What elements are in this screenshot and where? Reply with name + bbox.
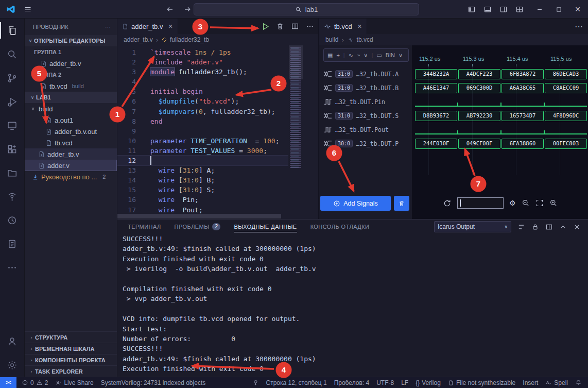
- more-icon[interactable]: [0, 256, 24, 279]
- toggle-sidebar-icon[interactable]: [468, 5, 476, 13]
- more-actions-icon[interactable]: ⋯: [575, 22, 583, 31]
- port-icon[interactable]: [252, 379, 259, 386]
- encoding-status[interactable]: UTF-8: [376, 379, 394, 386]
- wave-signal-4[interactable]: 31:0…32_tb.DUT.S: [319, 109, 412, 123]
- panel-tab-ПРОБЛЕМЫ[interactable]: ПРОБЛЕМЫ2: [175, 220, 221, 234]
- lock-icon[interactable]: [531, 223, 539, 231]
- project-manager-icon[interactable]: [0, 161, 24, 184]
- gear-icon[interactable]: ⚙: [509, 199, 516, 207]
- open-editor-adder_tb.v[interactable]: adder_tb.v: [25, 58, 117, 69]
- sine-scroll-icon[interactable]: ∿: [349, 52, 353, 59]
- code-line[interactable]: 17 wire Pout;: [117, 205, 288, 215]
- tree-item-adder_tb.v[interactable]: adder_tb.v: [25, 148, 117, 160]
- close-window-icon[interactable]: ✕: [575, 5, 581, 13]
- tree-folder-build[interactable]: ∨build: [25, 103, 117, 114]
- eol-status[interactable]: LF: [401, 379, 408, 386]
- code-line[interactable]: 13 wire [31:0] A;: [117, 165, 288, 175]
- terminal-output[interactable]: SUCCESS!!!adder_tb.v:49: $finish called …: [123, 234, 583, 375]
- bell-icon[interactable]: [575, 379, 582, 386]
- close-tab-icon[interactable]: ✕: [168, 23, 172, 30]
- toggle-panel-icon[interactable]: [483, 5, 492, 13]
- code-line[interactable]: 11parameter TEST_VALUES = 3000;: [117, 146, 288, 156]
- sidebar-section-КОМПОНЕНТЫ ПРОЕКТА[interactable]: ›КОМПОНЕНТЫ ПРОЕКТА: [25, 354, 117, 365]
- zoom-fit-icon[interactable]: [535, 199, 544, 207]
- wave-signal-2[interactable]: 31:0…32_tb.DUT.B: [319, 81, 412, 95]
- live-share-icon[interactable]: [0, 184, 24, 208]
- spell-check[interactable]: Spell: [545, 379, 568, 386]
- breadcrumb-2[interactable]: build › tb.vcd: [319, 34, 588, 45]
- code-line[interactable]: 5initial begin: [117, 87, 288, 96]
- code-line[interactable]: 6 $dumpfile("tb.vcd");: [117, 96, 288, 106]
- menu-icon[interactable]: [24, 5, 32, 13]
- zoom-out-icon[interactable]: [522, 199, 530, 207]
- code-line[interactable]: 3module fulladder32_tb();: [117, 67, 288, 77]
- close-icon[interactable]: [573, 223, 581, 231]
- chevron-down-icon[interactable]: ∨: [364, 52, 368, 59]
- wave-signal-3[interactable]: …32_tb.DUT.Pin: [319, 95, 412, 109]
- tab-tb-vcd[interactable]: tb.vcd ✕: [319, 19, 367, 34]
- history-icon[interactable]: [0, 208, 24, 232]
- source-control-icon[interactable]: [0, 66, 24, 90]
- code-line[interactable]: 14 wire [31:0] B;: [117, 175, 288, 185]
- code-line[interactable]: 16 wire Pin;: [117, 195, 288, 205]
- open-editors-header[interactable]: ∨ ОТКРЫТЫЕ РЕДАКТОРЫ: [25, 35, 117, 46]
- minimap-slider[interactable]: [289, 45, 303, 79]
- synthesizable-status[interactable]: File not synthesizable: [448, 379, 515, 386]
- indentation-status[interactable]: Пробелов: 4: [334, 379, 370, 386]
- sidebar-section-ВРЕМЕННАЯ ШКАЛА[interactable]: ›ВРЕМЕННАЯ ШКАЛА: [25, 343, 117, 354]
- output-channel-select[interactable]: Icarus Output ∨: [434, 221, 511, 232]
- sidebar-more-icon[interactable]: ⋯: [105, 24, 111, 30]
- more-icon[interactable]: [306, 22, 314, 30]
- output-view-icon[interactable]: [517, 223, 525, 231]
- collapse-icon[interactable]: [559, 223, 567, 231]
- notebook-icon[interactable]: [0, 232, 24, 256]
- indexer-status[interactable]: SystemVerilog: 24731 indexed objects: [101, 379, 205, 386]
- settings-icon[interactable]: [0, 353, 24, 377]
- editor-sash[interactable]: [318, 19, 319, 219]
- minimize-icon[interactable]: [536, 6, 543, 13]
- wave-signal-5[interactable]: …32_tb.DUT.Pout: [319, 123, 412, 137]
- run-icon[interactable]: [261, 22, 269, 31]
- code-line[interactable]: 15 wire [31:0] S;: [117, 185, 288, 195]
- panel-tab-ВЫХОДНЫЕ ДАННЫЕ[interactable]: ВЫХОДНЫЕ ДАННЫЕ: [234, 220, 297, 234]
- workspace-root[interactable]: ∨ LAB1: [25, 92, 117, 103]
- code-line[interactable]: 2`include "adder.v": [117, 57, 288, 67]
- code-line[interactable]: 4: [117, 77, 288, 87]
- open-editor-tb.vcd[interactable]: tb.vcdbuild: [25, 80, 117, 92]
- add-signals-button[interactable]: Add Signals: [320, 196, 391, 211]
- chevron-down-icon[interactable]: ∨: [399, 52, 403, 59]
- code-line[interactable]: 9: [117, 126, 288, 136]
- explorer-icon[interactable]: [0, 19, 24, 42]
- code-line[interactable]: 8end: [117, 116, 288, 126]
- tab-adder-tb[interactable]: adder_tb.v ✕: [117, 19, 178, 34]
- tree-item-tb.vcd[interactable]: tb.vcd: [25, 137, 117, 148]
- run-debug-icon[interactable]: [0, 90, 24, 113]
- tree-item-Руководство по ...[interactable]: Руководство по ...2: [25, 171, 117, 182]
- cursor-position[interactable]: Строка 12, столбец 1: [266, 379, 327, 386]
- format-select[interactable]: BIN: [386, 52, 395, 58]
- wave-signal-1[interactable]: 31:0…32_tb.DUT.A: [319, 67, 412, 81]
- panel-tab-ТЕРМИНАЛ[interactable]: ТЕРМИНАЛ: [128, 220, 161, 234]
- account-icon[interactable]: [0, 329, 24, 353]
- insert-mode[interactable]: Insert: [523, 379, 538, 386]
- split-editor-icon[interactable]: [291, 22, 299, 30]
- breadcrumb[interactable]: adder_tb.v › fulladder32_tb: [117, 34, 319, 45]
- language-mode[interactable]: {} Verilog: [416, 379, 441, 386]
- wave-rows[interactable]: 344B232AA4DCF2236FB3A87286DECAD3A46E1347…: [412, 45, 588, 219]
- tilde-icon[interactable]: ~: [357, 52, 360, 58]
- time-search-input[interactable]: [457, 197, 504, 209]
- add-icon[interactable]: +: [336, 52, 339, 58]
- wave-signal-6[interactable]: 30:0…32_tb.DUT.P: [319, 137, 412, 150]
- remove-signals-button[interactable]: [394, 196, 409, 211]
- toggle-secondary-sidebar-icon[interactable]: [499, 5, 508, 13]
- code-line[interactable]: 7 $dumpvars(0, fulladder32_tb);: [117, 107, 288, 116]
- close-tab-icon[interactable]: ✕: [357, 23, 362, 30]
- code-line[interactable]: 12: [117, 156, 288, 165]
- trash-icon[interactable]: [276, 22, 284, 30]
- sidebar-section-СТРУКТУРА[interactable]: ›СТРУКТУРА: [25, 331, 117, 343]
- refresh-icon[interactable]: [443, 199, 452, 208]
- forward-icon[interactable]: [183, 5, 192, 13]
- sidebar-section-TASK EXPLORER[interactable]: ›TASK EXPLORER: [25, 365, 117, 377]
- tree-item-adder.v[interactable]: adder.v: [25, 160, 117, 171]
- back-icon[interactable]: [166, 5, 174, 13]
